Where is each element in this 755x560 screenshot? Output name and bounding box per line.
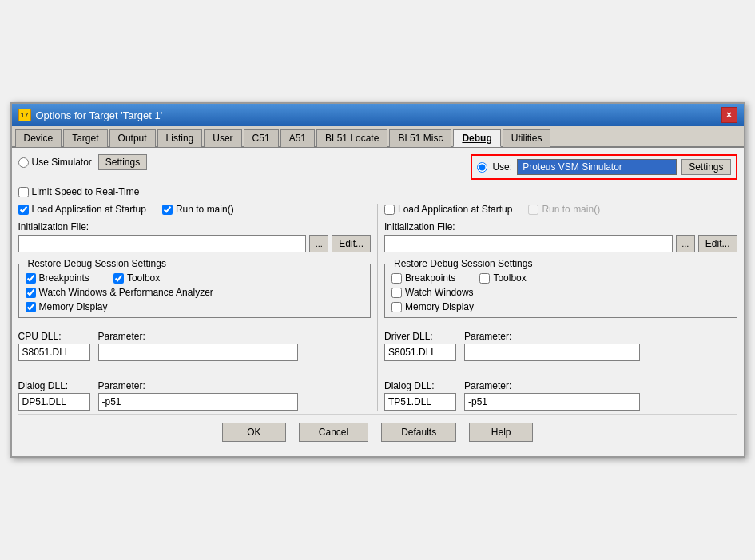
ok-button[interactable]: OK — [222, 423, 286, 442]
right-init-input[interactable] — [384, 235, 673, 252]
defaults-button[interactable]: Defaults — [381, 423, 456, 442]
right-driver-row: Driver DLL: Parameter: — [384, 331, 737, 361]
left-dialog-param-field: Parameter: — [98, 380, 298, 411]
right-run-main-row: Run to main() — [528, 204, 600, 215]
left-cpu-dll-input[interactable] — [18, 344, 90, 361]
simulator-dropdown-container: Proteus VSM Simulator — [517, 159, 677, 175]
right-init-label: Initialization File: — [384, 221, 737, 232]
close-button[interactable]: × — [721, 107, 737, 123]
left-breakpoints-checkbox[interactable] — [26, 273, 36, 284]
tab-user[interactable]: User — [204, 129, 241, 147]
left-run-main-row: Run to main() — [162, 204, 234, 215]
left-memory-label: Memory Display — [39, 301, 108, 312]
limit-speed-row: Limit Speed to Real-Time — [18, 186, 737, 197]
help-button[interactable]: Help — [469, 423, 533, 442]
tab-bl51-misc[interactable]: BL51 Misc — [389, 129, 451, 147]
limit-speed-checkbox[interactable] — [18, 187, 29, 197]
left-dialog-dll-input[interactable] — [18, 393, 90, 411]
bottom-buttons: OK Cancel Defaults Help — [18, 414, 737, 450]
use-simulator-radio-row: Use Simulator — [18, 157, 92, 168]
main-content: Load Application at Startup Run to main(… — [18, 204, 737, 411]
right-restore-group: Restore Debug Session Settings Breakpoin… — [384, 264, 737, 318]
tab-output[interactable]: Output — [109, 129, 156, 147]
simulator-dropdown[interactable]: Proteus VSM Simulator — [517, 159, 677, 175]
right-breakpoints-checkbox[interactable] — [391, 273, 402, 284]
left-run-main-label: Run to main() — [176, 204, 234, 215]
right-toolbox-checkbox[interactable] — [479, 273, 490, 284]
right-load-checkbox[interactable] — [384, 205, 395, 215]
left-settings-button[interactable]: Settings — [98, 154, 147, 170]
left-edit-button[interactable]: Edit... — [332, 235, 371, 252]
left-breakpoints-row: Breakpoints — [26, 272, 89, 284]
left-toolbox-checkbox[interactable] — [113, 273, 124, 284]
use-external-radio[interactable] — [477, 162, 487, 173]
cancel-button[interactable]: Cancel — [299, 423, 368, 442]
right-load-label: Load Application at Startup — [398, 204, 512, 215]
left-cpu-param-label: Parameter: — [98, 331, 298, 342]
left-panel: Load Application at Startup Run to main(… — [18, 204, 372, 411]
tab-c51[interactable]: C51 — [244, 129, 279, 147]
right-watch-checkbox[interactable] — [391, 288, 402, 298]
left-load-label: Load Application at Startup — [32, 204, 146, 215]
left-load-checkbox-row: Load Application at Startup — [18, 204, 146, 215]
tab-bl51-locate[interactable]: BL51 Locate — [316, 129, 387, 147]
left-browse-button[interactable]: ... — [309, 235, 328, 252]
right-panel: Load Application at Startup Run to main(… — [384, 204, 737, 411]
use-simulator-label: Use Simulator — [32, 157, 92, 168]
left-restore-group: Restore Debug Session Settings Breakpoin… — [18, 264, 372, 318]
right-init-section: Initialization File: ... Edit... — [384, 221, 737, 252]
left-breakpoints-label: Breakpoints — [39, 272, 89, 284]
right-breakpoints-toolbox-row: Breakpoints Toolbox — [391, 272, 730, 284]
right-breakpoints-label: Breakpoints — [405, 272, 455, 284]
right-memory-checkbox[interactable] — [391, 302, 402, 312]
tab-listing[interactable]: Listing — [157, 129, 203, 147]
left-dialog-param-input[interactable] — [98, 393, 298, 411]
right-memory-label: Memory Display — [405, 301, 474, 312]
right-breakpoints-row: Breakpoints — [391, 272, 455, 284]
right-use-row: Use: Proteus VSM Simulator Settings — [471, 154, 737, 180]
right-dll-section: Driver DLL: Parameter: Dialog DLL: — [384, 331, 737, 411]
tab-utilities[interactable]: Utilities — [503, 129, 551, 147]
use-simulator-radio[interactable] — [18, 157, 29, 168]
tab-debug[interactable]: Debug — [453, 129, 500, 147]
right-browse-button[interactable]: ... — [676, 235, 695, 252]
vertical-divider — [377, 204, 378, 411]
right-driver-dll-input[interactable] — [384, 344, 456, 361]
left-watch-checkbox[interactable] — [26, 288, 36, 298]
dialog-body: Use Simulator Settings Use: Proteus VSM … — [12, 148, 744, 456]
right-settings-button[interactable]: Settings — [681, 159, 730, 175]
tab-target[interactable]: Target — [63, 129, 107, 147]
right-dialog-dll-label: Dialog DLL: — [384, 380, 456, 391]
left-memory-row: Memory Display — [26, 301, 364, 312]
left-toolbox-row: Toolbox — [113, 272, 160, 284]
left-dialog-dll-field: Dialog DLL: — [18, 380, 90, 411]
right-load-checkbox-row: Load Application at Startup — [384, 204, 512, 215]
window-title: Options for Target 'Target 1' — [36, 109, 163, 121]
right-dialog-param-input[interactable] — [464, 393, 640, 411]
left-cpu-dll-field: CPU DLL: — [18, 331, 90, 361]
right-load-row: Load Application at Startup Run to main(… — [384, 204, 737, 215]
right-driver-dll-field: Driver DLL: — [384, 331, 456, 361]
left-init-input[interactable] — [18, 235, 307, 252]
right-toolbox-row: Toolbox — [479, 272, 526, 284]
right-driver-param-input[interactable] — [464, 344, 640, 361]
right-dialog-row: Dialog DLL: Parameter: — [384, 380, 737, 411]
left-memory-checkbox[interactable] — [26, 302, 36, 312]
tab-a51[interactable]: A51 — [280, 129, 315, 147]
right-init-row: ... Edit... — [384, 235, 737, 252]
right-dialog-dll-input[interactable] — [384, 393, 456, 411]
left-dialog-param-label: Parameter: — [98, 380, 298, 391]
left-cpu-param-input[interactable] — [98, 344, 298, 361]
right-restore-content: Breakpoints Toolbox Watch Windows — [391, 272, 730, 312]
left-load-checkbox[interactable] — [18, 205, 29, 215]
left-dialog-row: Dialog DLL: Parameter: — [18, 380, 372, 411]
left-init-row: ... Edit... — [18, 235, 372, 252]
right-driver-param-field: Parameter: — [464, 331, 640, 361]
right-watch-label: Watch Windows — [405, 287, 474, 298]
tab-device[interactable]: Device — [15, 129, 62, 147]
right-edit-button[interactable]: Edit... — [698, 235, 737, 252]
left-run-main-checkbox[interactable] — [162, 205, 173, 215]
right-driver-param-label: Parameter: — [464, 331, 640, 342]
left-init-section: Initialization File: ... Edit... — [18, 221, 372, 252]
left-toolbox-label: Toolbox — [127, 272, 160, 284]
